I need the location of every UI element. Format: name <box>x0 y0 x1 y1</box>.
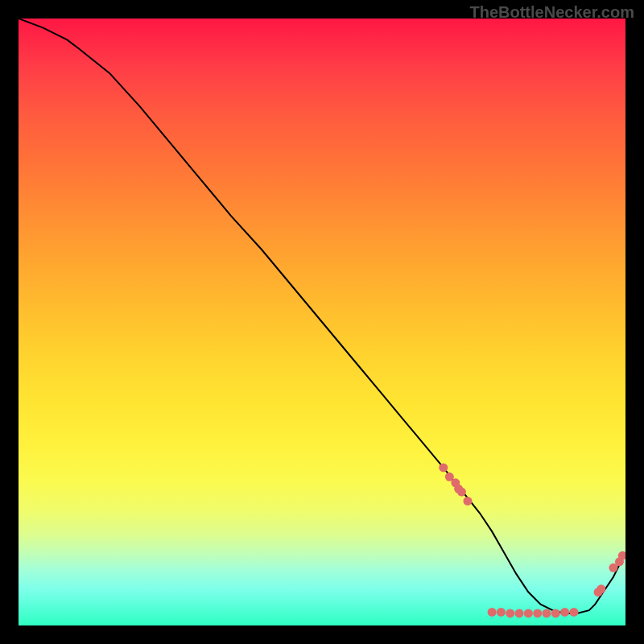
data-point <box>497 608 506 617</box>
data-point <box>506 609 514 617</box>
data-point <box>597 584 605 593</box>
data-point <box>439 463 448 472</box>
curve-line <box>19 19 625 613</box>
data-point <box>542 609 551 617</box>
data-point <box>457 488 466 497</box>
data-point <box>551 609 560 617</box>
data-point <box>515 609 524 617</box>
watermark-text: TheBottleNecker.com <box>469 3 634 22</box>
data-point <box>488 608 497 617</box>
data-point <box>569 608 578 617</box>
chart-plot-area <box>19 19 625 625</box>
chart-svg <box>19 19 625 625</box>
data-point <box>533 609 542 617</box>
data-point <box>560 608 569 617</box>
data-point <box>524 609 533 617</box>
data-point <box>463 497 472 506</box>
